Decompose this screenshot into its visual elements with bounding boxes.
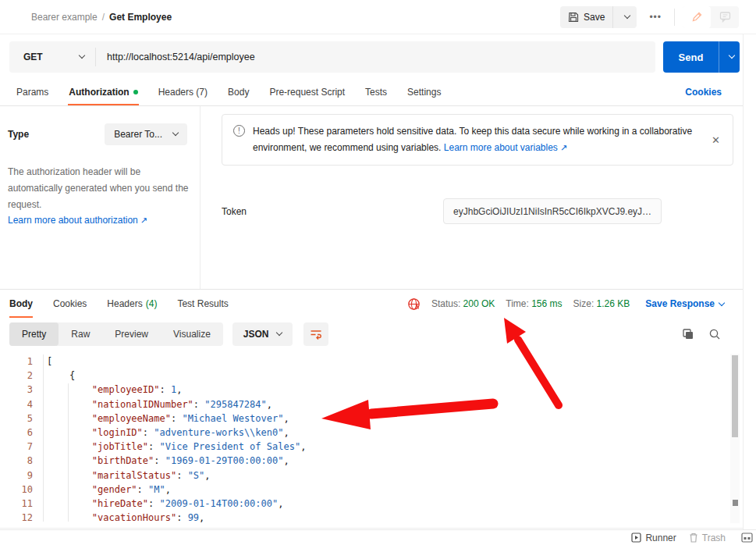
tab-authorization[interactable]: Authorization: [59, 80, 147, 105]
request-tab-list: ParamsAuthorizationHeaders (7)BodyPre-re…: [6, 80, 451, 105]
tab-pre-request-script[interactable]: Pre-request Script: [259, 80, 355, 105]
url-input[interactable]: http://localhost:5214/api/employee: [96, 52, 255, 62]
auth-type-select[interactable]: Bearer To...: [105, 123, 187, 145]
view-tab-pretty[interactable]: Pretty: [9, 322, 59, 346]
info-icon: !: [233, 125, 245, 137]
breadcrumb-separator: /: [102, 12, 105, 23]
response-tab-body[interactable]: Body: [9, 290, 33, 318]
edit-button[interactable]: [683, 6, 711, 28]
runner-label: Runner: [645, 533, 676, 543]
tab-label: Authorization: [69, 87, 129, 98]
auth-configured-dot-icon: [133, 90, 138, 94]
send-button[interactable]: Send: [663, 41, 719, 73]
breadcrumb-collection[interactable]: Bearer example: [31, 12, 98, 23]
send-options-button[interactable]: [719, 41, 740, 73]
request-url-row: GET http://localhost:5214/api/employee S…: [9, 41, 740, 73]
code-text: "maritalStatus": "S",: [47, 468, 211, 483]
tab-headers-7-[interactable]: Headers (7): [148, 80, 218, 105]
console-panel-button[interactable]: [741, 533, 753, 543]
response-scrollbar[interactable]: [730, 354, 740, 523]
comment-button[interactable]: [711, 11, 739, 23]
more-options-button[interactable]: •••: [644, 9, 666, 26]
code-line: 6 "loginID": "adventure-works\\ken0",: [0, 426, 743, 440]
tab-label: Test Results: [177, 298, 228, 309]
copy-button[interactable]: [680, 326, 696, 342]
close-icon[interactable]: ✕: [710, 134, 722, 146]
tab-label: Body: [228, 87, 249, 98]
trash-label: Trash: [702, 533, 726, 543]
trash-button[interactable]: Trash: [689, 533, 726, 543]
wrap-lines-button[interactable]: [303, 322, 328, 346]
tab-label: Headers: [107, 298, 142, 309]
code-text: "employeeID": 1,: [47, 383, 182, 397]
response-tab-headers[interactable]: Headers(4): [107, 290, 157, 318]
pencil-icon: [691, 11, 703, 23]
breadcrumb-request[interactable]: Get Employee: [109, 12, 172, 23]
token-label: Token: [222, 206, 247, 217]
learn-more-authorization-link[interactable]: Learn more about authorization↗: [8, 215, 147, 226]
search-button[interactable]: [707, 326, 722, 342]
tab-params[interactable]: Params: [6, 80, 59, 105]
save-button-group: Save: [560, 6, 637, 28]
runner-button[interactable]: Runner: [631, 533, 676, 543]
tab-label: Body: [9, 298, 33, 309]
method-select[interactable]: GET: [9, 52, 95, 62]
view-tab-raw[interactable]: Raw: [59, 322, 102, 346]
code-text: "birthDate": "1969-01-29T00:00:00",: [47, 454, 289, 468]
cookies-link[interactable]: Cookies: [685, 87, 722, 98]
code-line: 8 "birthDate": "1969-01-29T00:00:00",: [0, 454, 743, 468]
time-label: Time:: [506, 298, 529, 309]
response-body-viewer[interactable]: 1[2 {3 "employeeID": 1,4 "nationalIDNumb…: [0, 351, 743, 529]
token-row: Token eyJhbGciOiJIUzI1NiIsInR5cCI6IkpXVC…: [222, 198, 733, 224]
trash-icon: [689, 533, 698, 543]
learn-more-variables-link[interactable]: Learn more about variables↗: [444, 142, 567, 153]
token-input[interactable]: eyJhbGciOiJIUzI1NiIsInR5cCI6IkpXVCJ9.eyJ…: [443, 198, 662, 224]
network-globe-icon[interactable]: [407, 297, 421, 311]
external-link-icon: ↗: [560, 143, 567, 152]
tab-body[interactable]: Body: [218, 80, 259, 105]
line-number: 3: [0, 383, 33, 397]
response-tab-test-results[interactable]: Test Results: [177, 290, 228, 318]
code-line: 4 "nationalIDNumber": "295847284",: [0, 397, 743, 411]
tab-tests[interactable]: Tests: [355, 80, 397, 105]
scrollbar-thumb[interactable]: [732, 355, 738, 437]
tab-label: Headers (7): [158, 87, 208, 98]
request-tabs: ParamsAuthorizationHeaders (7)BodyPre-re…: [0, 79, 743, 106]
edit-comment-group: [683, 6, 739, 28]
status-value: 200 OK: [463, 298, 495, 309]
save-response-button[interactable]: Save Response: [645, 298, 724, 309]
format-select[interactable]: JSON: [232, 322, 293, 346]
viewer-icons: [680, 326, 722, 342]
line-number: 7: [0, 440, 33, 454]
view-tab-preview[interactable]: Preview: [102, 322, 161, 346]
code-line: 2 {: [0, 369, 743, 383]
headers-count-badge: (4): [146, 298, 158, 309]
line-number: 12: [0, 511, 33, 525]
tab-label: Settings: [407, 87, 441, 98]
runner-icon: [631, 533, 641, 543]
scrollbar-marker: [733, 500, 738, 506]
auth-type-label: Type: [8, 129, 29, 140]
code-line: 10 "gender": "M",: [0, 483, 743, 497]
auth-description: The authorization header will be automat…: [8, 164, 191, 213]
status-bar: Runner Trash: [0, 529, 756, 545]
code-line: 5 "employeeName": "Michael Westover",: [0, 411, 743, 426]
method-label: GET: [23, 52, 43, 62]
code-line: 1[: [0, 354, 743, 369]
response-tab-cookies[interactable]: Cookies: [53, 290, 87, 318]
response-meta: Status: 200 OK Time: 156 ms Size: 1.26 K…: [407, 297, 724, 311]
chevron-down-icon: [729, 52, 735, 59]
line-number: 10: [0, 483, 33, 497]
line-number: 9: [0, 468, 33, 483]
save-options-button[interactable]: [613, 6, 637, 28]
banner-text: Heads up! These parameters hold sensitiv…: [253, 123, 702, 156]
indent-guide: [43, 354, 44, 522]
tab-settings[interactable]: Settings: [397, 80, 451, 105]
sensitive-data-banner: ! Heads up! These parameters hold sensit…: [222, 114, 733, 166]
tab-label: Cookies: [53, 298, 87, 309]
size-label: Size:: [573, 298, 595, 309]
view-tab-visualize[interactable]: Visualize: [161, 322, 223, 346]
response-tab-list: BodyCookiesHeaders(4)Test Results: [9, 290, 229, 318]
save-button[interactable]: Save: [560, 6, 613, 28]
line-number: 4: [0, 397, 33, 411]
